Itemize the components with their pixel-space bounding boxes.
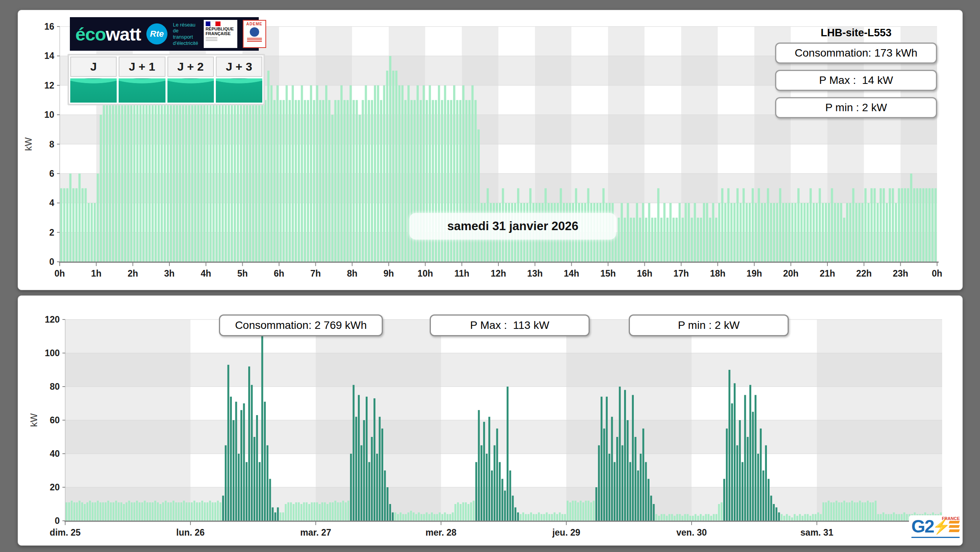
svg-text:18h: 18h	[710, 268, 726, 279]
svg-text:ven. 30: ven. 30	[676, 527, 707, 538]
forecast-tabs: J J + 1 J + 2 J + 3	[68, 54, 265, 105]
svg-text:0: 0	[49, 257, 54, 267]
svg-text:jeu. 29: jeu. 29	[552, 527, 580, 538]
svg-text:8h: 8h	[347, 268, 357, 279]
daily-pmin-box: P min : 2 kW	[775, 97, 937, 118]
tab-j2[interactable]: J + 2	[167, 57, 214, 103]
weekly-pmin-box: P min : 2 kW	[629, 314, 789, 336]
svg-text:12: 12	[44, 80, 54, 91]
svg-text:5h: 5h	[237, 268, 248, 279]
ecowatt-logo: écowatt	[75, 23, 141, 45]
svg-text:4h: 4h	[201, 268, 211, 279]
daily-consumption-box: Consommation: 173 kWh	[775, 43, 937, 64]
svg-text:kW: kW	[23, 137, 34, 151]
ecowatt-forecast-tile	[216, 78, 262, 103]
svg-text:2h: 2h	[128, 268, 138, 279]
svg-text:17h: 17h	[674, 268, 689, 279]
g2e-e-stripes	[949, 521, 959, 532]
svg-text:20: 20	[50, 482, 60, 492]
ecowatt-banner: écowatt Rte Le réseau de transport d'éle…	[70, 17, 259, 51]
ecowatt-forecast-tile	[70, 78, 117, 103]
svg-text:12h: 12h	[491, 268, 506, 279]
svg-text:mer. 28: mer. 28	[425, 527, 456, 538]
svg-text:20h: 20h	[783, 268, 799, 279]
svg-text:80: 80	[50, 382, 60, 392]
svg-text:kW: kW	[28, 413, 39, 427]
ecowatt-forecast-tile	[119, 78, 165, 103]
daily-pmax-box: P Max : 14 kW	[775, 70, 937, 91]
svg-text:0: 0	[55, 516, 60, 526]
svg-text:21h: 21h	[820, 268, 835, 279]
svg-text:10h: 10h	[418, 268, 433, 279]
svg-text:16: 16	[44, 21, 54, 32]
tab-j3[interactable]: J + 3	[216, 57, 262, 103]
republique-francaise-logo: RÉPUBLIQUE FRANÇAISE	[204, 20, 237, 48]
svg-text:14: 14	[44, 51, 54, 61]
selected-date-label: samedi 31 janvier 2026	[409, 213, 616, 240]
tab-j1[interactable]: J + 1	[119, 57, 165, 103]
ecowatt-forecast-tile	[167, 78, 214, 103]
rte-logo: Rte	[146, 23, 167, 44]
svg-text:dim. 25: dim. 25	[50, 527, 80, 538]
svg-text:23h: 23h	[893, 268, 909, 279]
g2e-tagline-line	[911, 537, 960, 538]
g2e-france-logo: FRANCE G2 ⚡	[909, 515, 962, 543]
svg-text:8: 8	[49, 139, 54, 149]
svg-text:60: 60	[50, 415, 60, 425]
ademe-logo: ADEME	[243, 20, 266, 48]
ademe-globe-icon	[250, 27, 259, 37]
svg-text:6h: 6h	[274, 268, 285, 279]
svg-text:10: 10	[44, 110, 54, 120]
svg-text:22h: 22h	[856, 268, 872, 279]
svg-text:16h: 16h	[637, 268, 653, 279]
svg-text:2: 2	[49, 227, 54, 238]
svg-text:0h: 0h	[55, 268, 65, 279]
svg-text:6: 6	[49, 169, 54, 179]
svg-text:13h: 13h	[527, 268, 543, 279]
site-title: LHB-site-L553	[775, 27, 937, 39]
weekly-consumption-box: Consommation: 2 769 kWh	[219, 314, 383, 336]
svg-text:3h: 3h	[164, 268, 175, 279]
ademe-text-lines	[244, 38, 265, 42]
svg-text:14h: 14h	[564, 268, 580, 279]
svg-text:9h: 9h	[384, 268, 394, 279]
svg-text:40: 40	[50, 449, 60, 459]
svg-text:sam. 31: sam. 31	[800, 527, 834, 538]
rte-tagline: Le réseau de transport d'électricité	[173, 22, 198, 46]
svg-text:lun. 26: lun. 26	[176, 527, 205, 538]
svg-text:19h: 19h	[747, 268, 762, 279]
svg-text:4: 4	[49, 198, 54, 208]
svg-text:11h: 11h	[454, 268, 469, 279]
svg-text:0h: 0h	[932, 268, 943, 279]
tab-j[interactable]: J	[70, 57, 117, 103]
svg-text:7h: 7h	[310, 268, 321, 279]
weekly-panel: dim. 25lun. 26mar. 27mer. 28jeu. 29ven. …	[18, 295, 963, 546]
motto-lines	[206, 37, 235, 41]
svg-text:1h: 1h	[91, 268, 101, 279]
svg-text:120: 120	[45, 314, 60, 325]
svg-text:15h: 15h	[600, 268, 616, 279]
svg-text:100: 100	[45, 348, 60, 358]
daily-panel: 0h1h2h3h4h5h6h7h8h9h10h11h12h13h14h15h16…	[18, 10, 963, 290]
french-flag-icon	[206, 21, 221, 26]
svg-text:mar. 27: mar. 27	[300, 527, 331, 538]
weekly-pmax-box: P Max : 113 kW	[430, 314, 590, 336]
